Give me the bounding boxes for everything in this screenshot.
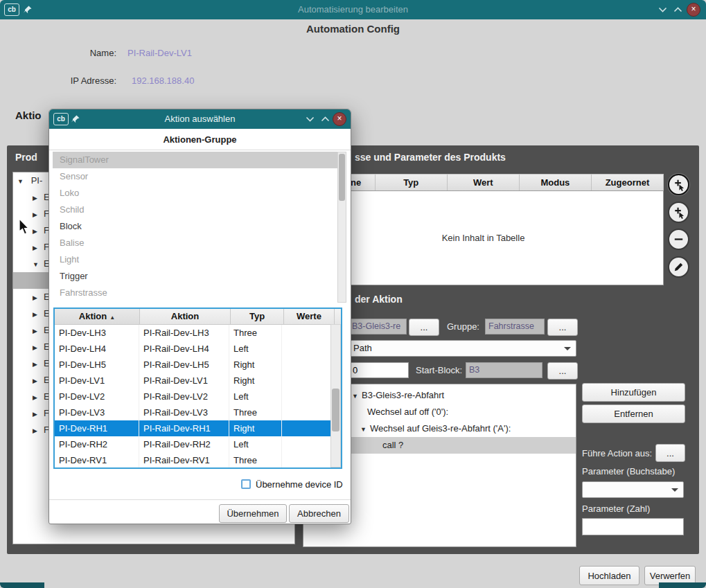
table-row[interactable]: PI-Dev-LV1 PI-Rail-Dev-LV1 Right (55, 373, 341, 389)
add-action-button[interactable]: Hinzufügen (582, 383, 685, 402)
action-select-dialog: cb Aktion auswählen × Aktionen-Gruppe Si… (48, 109, 351, 524)
cell-action: PI-Rail-Dev-RV1 (139, 452, 229, 468)
cell-typ: Right (229, 420, 282, 436)
add-child-button[interactable] (668, 202, 689, 223)
maximize-chevron-icon[interactable] (321, 116, 330, 122)
tree-expander-icon[interactable]: ▶ (33, 190, 42, 206)
exec-action-browse-button[interactable]: ... (655, 444, 685, 462)
table-scrollbar[interactable] (330, 324, 341, 467)
tree-expander-icon[interactable]: ▶ (33, 356, 42, 373)
tree-expander-icon[interactable]: ▶ (33, 406, 42, 422)
tree-expander-icon[interactable]: ▼ (17, 173, 27, 190)
cell-typ: Three (229, 404, 282, 420)
column-header-werte[interactable]: Werte (284, 309, 335, 324)
table-row[interactable]: PI-Dev-RH2 PI-Rail-Dev-RH2 Left (55, 436, 341, 452)
tree-expander-icon[interactable]: ▼ (352, 388, 362, 404)
plus-cursor-icon (672, 178, 685, 191)
apply-button[interactable]: Übernehmen (219, 504, 287, 523)
tree-expander-icon[interactable]: ▶ (33, 373, 42, 389)
cell-typ: Three (229, 452, 282, 468)
tree-expander-icon[interactable]: ▶ (33, 422, 42, 439)
gruppe-browse-button[interactable]: ... (547, 319, 578, 336)
name-value: PI-Rail-Dev-LV1 (127, 48, 192, 58)
table-row[interactable]: PI-Dev-LH3 PI-Rail-Dev-LH3 Three (55, 325, 341, 341)
product-table-empty: Kein Inhalt in Tabelle (303, 190, 664, 285)
group-list-item[interactable]: SignalTower (53, 152, 340, 168)
remove-action-button[interactable]: Entfernen (582, 404, 685, 423)
maximize-chevron-icon[interactable] (673, 7, 682, 12)
edit-button[interactable] (668, 256, 689, 278)
table-row[interactable]: PI-Dev-LV3 PI-Rail-Dev-LV3 Three (55, 404, 341, 420)
tree-expander-icon[interactable]: ▶ (33, 240, 42, 256)
cell-name: PI-Dev-LV3 (55, 404, 139, 420)
group-list-scrollbar[interactable] (337, 152, 346, 303)
cell-action: PI-Rail-Dev-LH4 (139, 341, 229, 357)
type-combobox[interactable]: Path (348, 340, 576, 357)
group-list-item[interactable]: Balise (53, 235, 340, 251)
main-titlebar[interactable]: cb Automatisierung bearbeiten × (0, 0, 706, 19)
group-list-item[interactable]: Schild (53, 202, 340, 218)
column-header-typ[interactable]: Typ (231, 309, 284, 324)
product-table-column-header[interactable]: Zugeornet (592, 174, 664, 191)
action-group-list[interactable]: SignalTowerSensorLokoSchildBlockBaliseLi… (53, 152, 340, 301)
tree-expander-icon[interactable]: ▶ (33, 306, 42, 323)
close-icon[interactable]: × (687, 3, 700, 17)
close-icon[interactable]: × (333, 112, 346, 126)
action-table-body[interactable]: PI-Dev-LH3 PI-Rail-Dev-LH3 Three PI-Dev-… (55, 325, 341, 468)
product-table-column-header[interactable]: Wert (448, 174, 520, 191)
tree-expander-icon[interactable]: ▶ (33, 206, 42, 223)
upload-button[interactable]: Hochladen (579, 566, 639, 585)
group-list-item[interactable]: Trigger (53, 268, 340, 285)
tree-expander-icon[interactable]: ▶ (33, 223, 42, 240)
tree-expander-icon[interactable]: ▶ (33, 323, 42, 339)
product-table-column-header[interactable]: Typ (376, 174, 448, 191)
param-number-input[interactable] (582, 518, 684, 535)
gruppe-field: Fahrstrasse (485, 319, 545, 335)
group-list-item[interactable]: Loko (53, 185, 340, 202)
dialog-titlebar[interactable]: cb Aktion auswählen × (49, 109, 351, 129)
column-header-aktion[interactable]: Aktion▲ (55, 309, 140, 324)
ip-value: 192.168.188.40 (132, 75, 194, 86)
cell-action: PI-Rail-Dev-LV2 (139, 389, 229, 404)
column-header-aktion2[interactable]: Aktion (140, 309, 231, 324)
cell-werte (282, 325, 332, 341)
cell-typ: Left (229, 389, 282, 404)
cell-action: PI-Rail-Dev-LH5 (139, 357, 229, 373)
group-list-item[interactable]: Block (53, 218, 340, 235)
tree-expander-icon[interactable]: ▼ (360, 421, 370, 438)
cancel-button[interactable]: Abbrechen (289, 504, 349, 523)
action-name-browse-button[interactable]: ... (409, 319, 439, 336)
group-list-item[interactable]: Fahrstrasse (53, 285, 340, 301)
group-list-item[interactable]: Sensor (53, 168, 340, 185)
param-letter-combobox[interactable] (582, 481, 684, 498)
tree-row-label: B3-Gleis3-re-Abfahrt (362, 390, 444, 400)
group-list-item[interactable]: Light (53, 251, 340, 268)
start-block-field: B3 (466, 362, 542, 378)
table-row[interactable]: PI-Dev-LH5 PI-Rail-Dev-LH5 Right (55, 357, 341, 373)
table-row[interactable]: PI-Dev-RV1 PI-Rail-Dev-RV1 Three (55, 452, 341, 468)
add-button[interactable] (668, 174, 689, 195)
tree-expander-icon[interactable]: ▶ (33, 339, 42, 356)
cell-werte (282, 357, 332, 373)
product-table-column-header[interactable]: Modus (520, 174, 592, 191)
remove-button[interactable] (668, 229, 689, 250)
cell-action: PI-Rail-Dev-RH1 (139, 420, 229, 436)
cell-action: PI-Rail-Dev-LV3 (139, 404, 229, 420)
tree-expander-icon[interactable]: ▼ (33, 256, 42, 273)
tree-row-label: Wechsel auf Gleis3-re-Abfahrt ('A'): (370, 423, 511, 434)
tree-expander-icon[interactable]: ▶ (33, 289, 42, 306)
start-block-browse-button[interactable]: ... (547, 362, 578, 380)
scrollbar-thumb[interactable] (339, 154, 345, 201)
number-input[interactable] (348, 362, 409, 378)
tree-expander-icon[interactable]: ▶ (33, 389, 42, 406)
device-id-checkbox[interactable] (241, 479, 251, 489)
section-heading: Aktio (15, 109, 42, 121)
scrollbar-thumb[interactable] (332, 389, 339, 431)
table-row[interactable]: PI-Dev-RH1 PI-Rail-Dev-RH1 Right (55, 420, 341, 436)
sort-asc-icon: ▲ (109, 314, 115, 321)
minimize-chevron-icon[interactable] (306, 116, 315, 122)
table-row[interactable]: PI-Dev-LH4 PI-Rail-Dev-LH4 Left (55, 341, 341, 357)
table-row[interactable]: PI-Dev-LV2 PI-Rail-Dev-LV2 Left (55, 389, 341, 404)
minimize-chevron-icon[interactable] (658, 7, 667, 12)
action-table[interactable]: Aktion▲ Aktion Typ Werte PI-Dev-LH3 PI-R… (53, 308, 342, 469)
